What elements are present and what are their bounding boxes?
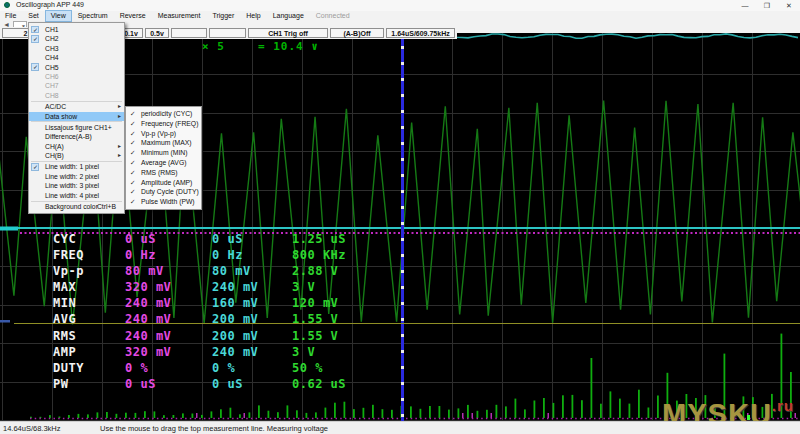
submenu-item-min[interactable]: Minimum (MIN)	[126, 148, 201, 158]
table-row: PW0 uS0 uS0.62 uS	[53, 376, 376, 392]
check-icon	[31, 63, 39, 71]
menu-item-ch7: CH7	[29, 81, 124, 90]
submenu-item-amp[interactable]: Amplitude (AMP)	[126, 178, 201, 188]
table-row: AMP320 mV240 mV3 V	[53, 344, 376, 360]
status-message: Use the mouse to drag the top measuremen…	[100, 424, 328, 433]
table-row: Vp-p80 mV80 mV2.88 V	[53, 263, 376, 279]
menu-item-linewidth-2[interactable]: Line width: 2 pixel	[29, 172, 124, 181]
submenu-item-rms[interactable]: RMS (RMS)	[126, 168, 201, 178]
submenu-arrow-icon	[118, 112, 121, 121]
minimize-button[interactable]: —	[736, 0, 754, 11]
menu-item-background-color[interactable]: Background colorCtrl+B	[29, 202, 124, 211]
menu-item-ch-b[interactable]: CH(B)	[29, 151, 124, 160]
submenu-item-cyc[interactable]: periodicity (CYC)	[126, 109, 201, 119]
menu-item-ch1[interactable]: CH1	[29, 25, 124, 34]
table-row: AVG240 mV200 mV1.55 V	[53, 311, 376, 327]
submenu-item-avg[interactable]: Average (AVG)	[126, 158, 201, 168]
menu-item-ch2[interactable]: CH2	[29, 34, 124, 43]
menu-help[interactable]: Help	[241, 11, 265, 21]
menu-item-linewidth-3[interactable]: Line width: 3 pixel	[29, 181, 124, 190]
menu-item-ch8: CH8	[29, 91, 124, 100]
view-menu-dropdown: CH1 CH2 CH3 CH4 CH5 CH6 CH7 CH8 AC/DC Da…	[28, 22, 125, 214]
menu-item-ch3[interactable]: CH3	[29, 44, 124, 53]
submenu-item-max[interactable]: Maximum (MAX)	[126, 138, 201, 148]
menu-item-ch4[interactable]: CH4	[29, 53, 124, 62]
scale-multiplier-text: × 5	[202, 40, 225, 53]
menu-item-ch-a[interactable]: CH(A)	[29, 142, 124, 151]
close-button[interactable]: ✕	[780, 0, 798, 11]
trigger-status-field[interactable]: CH1 Trig off	[248, 28, 328, 38]
table-row: DUTY0 %0 %50 %	[53, 360, 376, 376]
maximize-button[interactable]: ❐	[758, 0, 776, 11]
scale-voltage-text: = 10.4 ∨	[258, 40, 319, 53]
menu-item-ac-dc[interactable]: AC/DC	[29, 102, 124, 111]
table-row: CYC0 uS0 uS1.25 uS	[53, 231, 376, 247]
menu-item-difference[interactable]: Difference(A-B)	[29, 132, 124, 141]
app-window: × 5 = 10.4 ∨ CYC0 uS0 uS1.25 uS FREQ0 Hz…	[0, 0, 800, 434]
menu-trigger[interactable]: Trigger	[207, 11, 239, 21]
table-row: RMS240 mV200 mV1.55 V	[53, 328, 376, 344]
measurement-table: CYC0 uS0 uS1.25 uS FREQ0 Hz0 Hz800 KHz V…	[53, 231, 376, 392]
menu-bar: File Set View Spectrum Reverse Measureme…	[0, 11, 800, 21]
menu-spectrum[interactable]: Spectrum	[73, 11, 113, 21]
data-show-submenu: periodicity (CYC) Frequency (FREQ) Vp-p …	[125, 106, 202, 210]
menu-file[interactable]: File	[0, 11, 21, 21]
empty-field-1[interactable]	[171, 28, 207, 38]
ab-mode-field[interactable]: (A-B)Off	[330, 28, 384, 38]
menu-view[interactable]: View	[46, 11, 71, 21]
menu-reverse[interactable]: Reverse	[115, 11, 151, 21]
window-title: Oscillograph APP 449	[16, 1, 84, 8]
check-icon	[31, 35, 39, 43]
menu-item-linewidth-4[interactable]: Line width: 4 pixel	[29, 191, 124, 200]
ch2-volt-field[interactable]: 0.5v	[145, 28, 169, 38]
table-row: MIN240 mV160 mV120 mV	[53, 295, 376, 311]
table-row: MAX320 mV240 mV3 V	[53, 279, 376, 295]
title-bar: Oscillograph APP 449 — ❐ ✕	[0, 0, 800, 11]
status-frequency-readout: 14.64uS/68.3kHz	[3, 424, 61, 433]
menu-item-ch6: CH6	[29, 72, 124, 81]
empty-field-2[interactable]	[209, 28, 246, 38]
submenu-arrow-icon	[118, 102, 121, 111]
shortcut-label: Ctrl+B	[97, 202, 116, 211]
menu-item-lissajous[interactable]: Lissajous figure CH1+	[29, 123, 124, 132]
menu-set[interactable]: Set	[23, 11, 44, 21]
submenu-arrow-icon	[118, 142, 121, 151]
menu-item-ch5[interactable]: CH5	[29, 63, 124, 72]
submenu-arrow-icon	[118, 151, 121, 160]
trigger-cursor-line[interactable]	[401, 33, 404, 421]
menu-connected-status: Connected	[311, 11, 355, 21]
table-row: FREQ0 Hz0 Hz800 KHz	[53, 247, 376, 263]
cursor-readout-field: 1.64uS/609.75kHz	[386, 28, 455, 38]
menu-measurement[interactable]: Measurement	[153, 11, 206, 21]
submenu-item-vpp[interactable]: Vp-p (Vp-p)	[126, 129, 201, 139]
app-icon	[4, 2, 10, 8]
menu-language[interactable]: Language	[268, 11, 309, 21]
check-icon	[31, 163, 39, 171]
menu-item-linewidth-1[interactable]: Line width: 1 pixel	[29, 162, 124, 171]
submenu-item-pw[interactable]: Pulse Width (PW)	[126, 197, 201, 207]
status-bar: 14.64uS/68.3kHz Use the mouse to drag th…	[0, 421, 800, 434]
submenu-item-duty[interactable]: Duty Cycle (DUTY)	[126, 187, 201, 197]
submenu-item-freq[interactable]: Frequency (FREQ)	[126, 119, 201, 129]
check-icon	[31, 26, 39, 34]
menu-item-data-show[interactable]: Data show	[29, 112, 124, 121]
